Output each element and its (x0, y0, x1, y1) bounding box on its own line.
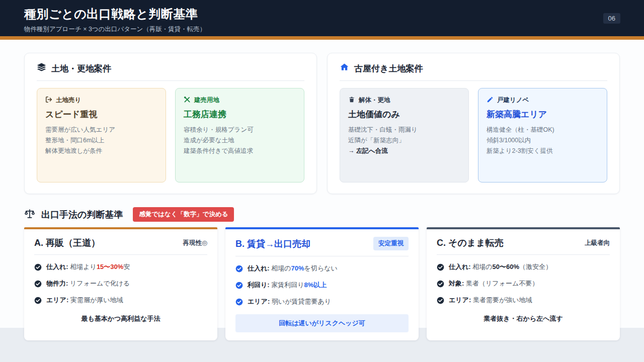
item-text: リフォームで化ける (70, 280, 130, 287)
criteria-item: エリア: 業者需要が強い地域 (437, 296, 610, 305)
option-line: 造成が必要な土地 (184, 135, 296, 146)
check-circle-icon (235, 265, 243, 273)
option-line: 解体更地渡しが条件 (45, 146, 157, 156)
item-text: （激安全） (519, 263, 552, 270)
card-land-title: 土地・更地案件 (51, 63, 111, 74)
criteria-columns: A. 再販（王道） 再現性◎ 仕入れ: 相場より15〜30%安 物件力: リフォ… (24, 227, 620, 340)
type-cards-grid: 土地・更地案件 土地売り スピード重視 需要層が広い人気エリア 整形地・間口6m… (24, 53, 620, 194)
criteria-item: 対象: 業者（リフォーム不要） (437, 279, 610, 288)
option-line: 傾斜3/1000以内 (487, 135, 599, 146)
criteria-footer: 最も基本かつ高利益な手法 (34, 314, 207, 323)
page-number-badge: 06 (603, 13, 620, 24)
option-line: 近隣が「新築志向」 (348, 135, 460, 146)
check-circle-icon (235, 282, 243, 289)
item-text: 業者需要が強い地域 (473, 296, 532, 304)
item-text: 相場の (271, 264, 291, 272)
check-circle-icon (34, 297, 42, 304)
criteria-column-head: C. そのまま転売 上級者向 (437, 237, 610, 255)
tools-icon (184, 96, 191, 105)
card-old-house: 古屋付き土地案件 解体・更地 土地価値のみ 基礎沈下・白蟻・雨漏り 近隣が「新築… (327, 53, 620, 194)
criteria-column-resale: A. 再販（王道） 再現性◎ 仕入れ: 相場より15〜30%安 物件力: リフォ… (24, 227, 217, 340)
criteria-footer-band: 回転は遅いがリスクヘッジ可 (235, 314, 409, 332)
criteria-section-header: 出口手法の判断基準 感覚ではなく「数字」で決める (24, 207, 620, 222)
check-circle-icon (34, 280, 42, 288)
option-line: 容積余り・規格プラン可 (184, 125, 296, 135)
criteria-footer: 業者抜き・右から左へ流す (437, 314, 610, 323)
option-land-sale: 土地売り スピード重視 需要層が広い人気エリア 整形地・間口6m以上 解体更地渡… (37, 88, 166, 183)
check-circle-icon (437, 297, 444, 304)
option-line: 構造健全（柱・基礎OK) (487, 125, 599, 135)
card-land-options: 土地売り スピード重視 需要層が広い人気エリア 整形地・間口6m以上 解体更地渡… (37, 88, 304, 183)
slide-header: 種別ごとの出口戦略と判断基準 物件種別アプローチ × 3つの出口パターン（再販・… (0, 0, 644, 36)
item-highlight: 70% (291, 264, 304, 272)
criteria-section-badge: 感覚ではなく「数字」で決める (133, 207, 234, 222)
item-label: エリア: (449, 296, 471, 304)
option-demolish-label-row: 解体・更地 (348, 96, 460, 105)
home-icon (340, 62, 349, 74)
criteria-column-flip: C. そのまま転売 上級者向 仕入れ: 相場の50〜60%（激安全） 対象: 業… (427, 227, 620, 340)
item-text: を切らない (304, 264, 338, 272)
option-demolish: 解体・更地 土地価値のみ 基礎沈下・白蟻・雨漏り 近隣が「新築志向」 → 左記へ… (340, 88, 469, 183)
item-label: 仕入れ: (449, 263, 471, 270)
option-heading: スピード重視 (45, 109, 157, 120)
criteria-column-head: B. 賃貸→出口売却 安定重視 (235, 237, 409, 256)
item-label: エリア: (46, 296, 68, 304)
criteria-heading: C. そのまま転売 (437, 237, 504, 249)
option-renovation: 戸建リノベ 新築高騰エリア 構造健全（柱・基礎OK) 傾斜3/1000以内 新築… (478, 88, 607, 183)
pencil-icon (487, 96, 494, 105)
criteria-item: 仕入れ: 相場の70%を切らない (235, 264, 409, 273)
option-line: 需要層が広い人気エリア (45, 125, 157, 135)
item-text: 実需層が厚い地域 (70, 296, 123, 304)
criteria-item: エリア: 弱いが賃貸需要あり (235, 297, 409, 306)
option-heading: 工務店連携 (184, 109, 296, 120)
item-highlight: 50〜60% (493, 263, 519, 270)
criteria-item: 利回り: 家賃利回り8%以上 (235, 281, 409, 290)
option-line: 基礎沈下・白蟻・雨漏り (348, 125, 460, 135)
option-label: 土地売り (56, 96, 81, 105)
item-text: 弱いが賃貸需要あり (272, 298, 331, 305)
item-text: 業者（リフォーム不要） (466, 280, 538, 287)
criteria-tag: 再現性◎ (183, 239, 207, 247)
criteria-column-head: A. 再販（王道） 再現性◎ (34, 237, 207, 255)
criteria-item: 物件力: リフォームで化ける (34, 279, 207, 288)
item-label: 利回り: (248, 281, 270, 289)
criteria-tag: 上級者向 (585, 239, 610, 247)
item-label: エリア: (248, 298, 270, 305)
option-heading: 土地価値のみ (348, 109, 460, 120)
criteria-item: 仕入れ: 相場より15〜30%安 (34, 262, 207, 272)
option-land-sale-label-row: 土地売り (45, 96, 157, 105)
criteria-tag-badge: 安定重視 (373, 237, 409, 250)
item-label: 仕入れ: (248, 264, 270, 272)
criteria-item: エリア: 実需層が厚い地域 (34, 296, 207, 305)
main-content: 土地・更地案件 土地売り スピード重視 需要層が広い人気エリア 整形地・間口6m… (0, 40, 644, 340)
page-title: 種別ごとの出口戦略と判断基準 (24, 6, 620, 22)
item-text: 家賃利回り (271, 281, 304, 289)
logout-icon (45, 96, 52, 105)
option-builder-land: 建売用地 工務店連携 容積余り・規格プラン可 造成が必要な土地 建築条件付きで高… (175, 88, 304, 183)
option-line: 建築条件付きで高値追求 (184, 146, 296, 156)
slide: 種別ごとの出口戦略と判断基準 物件種別アプローチ × 3つの出口パターン（再販・… (0, 0, 644, 328)
trash-icon (348, 96, 355, 105)
card-old-house-title-row: 古屋付き土地案件 (340, 62, 607, 81)
check-circle-icon (235, 298, 243, 306)
criteria-column-rental: B. 賃貸→出口売却 安定重視 仕入れ: 相場の70%を切らない 利回り: 家賃… (225, 227, 419, 340)
page-subtitle: 物件種別アプローチ × 3つの出口パターン（再販・賃貸・転売） (24, 25, 620, 34)
option-heading: 新築高騰エリア (487, 109, 599, 120)
scale-icon (24, 208, 35, 221)
item-text: 安 (123, 263, 130, 270)
check-circle-icon (437, 280, 444, 288)
criteria-heading: B. 賃貸→出口売却 (235, 238, 310, 250)
card-old-house-title: 古屋付き土地案件 (354, 63, 423, 74)
option-label: 建売用地 (194, 96, 219, 105)
option-label: 戸建リノベ (497, 96, 529, 105)
check-circle-icon (437, 263, 444, 271)
item-highlight: 15〜30% (97, 263, 123, 270)
criteria-item: 仕入れ: 相場の50〜60%（激安全） (437, 262, 610, 272)
option-line: 新築より2-3割安く提供 (487, 146, 599, 156)
card-old-house-options: 解体・更地 土地価値のみ 基礎沈下・白蟻・雨漏り 近隣が「新築志向」 → 左記へ… (340, 88, 607, 183)
item-label: 対象: (449, 280, 464, 287)
criteria-heading: A. 再販（王道） (34, 237, 100, 249)
option-builder-land-label-row: 建売用地 (184, 96, 296, 105)
check-circle-icon (34, 263, 42, 271)
item-highlight: 8%以上 (304, 281, 327, 289)
